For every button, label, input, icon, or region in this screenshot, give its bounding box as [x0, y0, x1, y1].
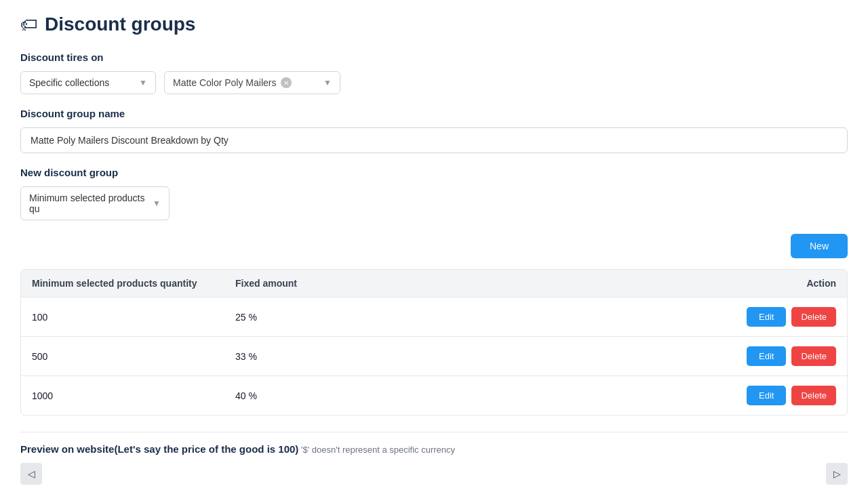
- preview-scroll-row: ◁ ▷: [20, 463, 848, 485]
- col-header-action: Action: [714, 278, 836, 289]
- chevron-down-icon-2: ▼: [323, 78, 332, 87]
- page-title: Discount groups: [45, 14, 195, 35]
- delete-button-2[interactable]: Delete: [791, 346, 836, 366]
- minimum-products-dropdown[interactable]: Minimum selected products qu ▼: [20, 186, 170, 220]
- chevron-down-icon: ▼: [139, 78, 147, 87]
- delete-button-3[interactable]: Delete: [791, 386, 836, 405]
- preview-section: Preview on website(Let's say the price o…: [20, 432, 848, 485]
- col-header-quantity: Minimum selected products quantity: [32, 278, 235, 289]
- col-header-amount: Fixed amount: [235, 278, 714, 289]
- table-row: 1000 40 % Edit Delete: [21, 375, 847, 415]
- specific-collections-label: Specific collections: [29, 77, 109, 88]
- collection-tag: Matte Color Poly Mailers ✕: [173, 77, 318, 88]
- discount-group-name-input[interactable]: [20, 127, 848, 153]
- minimum-products-label: Minimum selected products qu: [29, 192, 147, 214]
- discount-tires-label: Discount tires on: [20, 52, 848, 63]
- edit-button-3[interactable]: Edit: [747, 386, 786, 405]
- row-quantity-3: 1000: [32, 390, 235, 401]
- collection-tag-close[interactable]: ✕: [281, 77, 292, 88]
- preview-title: Preview on website(Let's say the price o…: [20, 443, 848, 455]
- row-amount-2: 33 %: [235, 351, 714, 362]
- scroll-next-button[interactable]: ▷: [826, 463, 848, 485]
- collection-dropdown[interactable]: Matte Color Poly Mailers ✕ ▼: [164, 71, 340, 94]
- discount-tires-row: Specific collections ▼ Matte Color Poly …: [20, 71, 848, 94]
- row-amount-3: 40 %: [235, 390, 714, 401]
- row-amount-1: 25 %: [235, 312, 714, 323]
- collection-tag-label: Matte Color Poly Mailers: [173, 77, 277, 88]
- table-header: Minimum selected products quantity Fixed…: [21, 270, 847, 297]
- new-button[interactable]: New: [791, 234, 848, 258]
- edit-button-1[interactable]: Edit: [747, 307, 786, 327]
- specific-collections-dropdown[interactable]: Specific collections ▼: [20, 71, 156, 94]
- table-row: 500 33 % Edit Delete: [21, 336, 847, 375]
- new-btn-row: New: [20, 234, 848, 258]
- action-btns-2: Edit Delete: [714, 346, 836, 366]
- table-row: 100 25 % Edit Delete: [21, 297, 847, 336]
- chevron-down-icon-3: ▼: [153, 199, 161, 208]
- new-discount-group-section: New discount group Minimum selected prod…: [20, 167, 848, 220]
- row-quantity-2: 500: [32, 351, 235, 362]
- discount-table: Minimum selected products quantity Fixed…: [20, 269, 848, 415]
- action-btns-3: Edit Delete: [714, 386, 836, 405]
- row-quantity-1: 100: [32, 312, 235, 323]
- new-discount-group-label: New discount group: [20, 167, 848, 178]
- action-btns-1: Edit Delete: [714, 307, 836, 327]
- discount-tires-section: Discount tires on Specific collections ▼…: [20, 52, 848, 94]
- edit-button-2[interactable]: Edit: [747, 346, 786, 366]
- page-header: 🏷 Discount groups: [20, 14, 848, 35]
- discount-group-name-section: Discount group name: [20, 108, 848, 153]
- scroll-prev-button[interactable]: ◁: [20, 463, 42, 485]
- tag-icon: 🏷: [20, 14, 38, 35]
- discount-group-name-label: Discount group name: [20, 108, 848, 119]
- delete-button-1[interactable]: Delete: [791, 307, 836, 327]
